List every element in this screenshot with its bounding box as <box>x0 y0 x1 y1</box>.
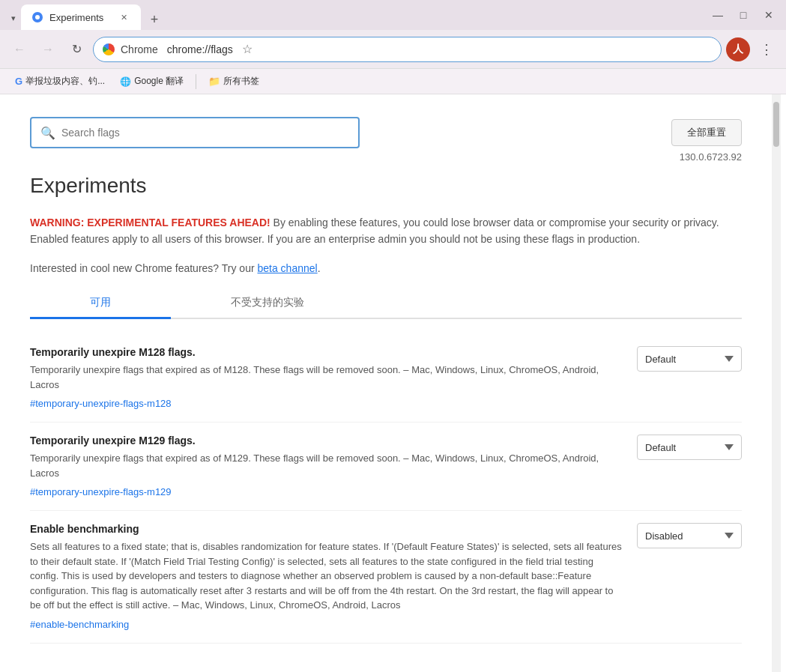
bookmark-folder-label: 所有书签 <box>223 75 259 88</box>
content-wrapper: 🔍 全部重置 Experiments 130.0.6723.92 WARNING… <box>0 94 786 672</box>
title-bar: ▾ Experiments ✕ + — □ ✕ <box>0 0 786 30</box>
beta-suffix: . <box>318 262 321 274</box>
bookmark-folder-all[interactable]: 📁 所有书签 <box>202 73 265 90</box>
new-tab-button[interactable]: + <box>144 9 165 30</box>
flag-desc-benchmarking: Sets all features to a fixed state; that… <box>30 539 622 613</box>
tabs-container: 可用 不受支持的实验 <box>30 288 742 319</box>
bookmark-item-spam[interactable]: G 举报垃圾内容、钓... <box>9 73 111 90</box>
nav-bar: ← → ↻ Chrome chrome://flags ☆ 人 ⋮ <box>0 30 786 69</box>
window-controls: — □ ✕ <box>707 7 780 22</box>
minimize-button[interactable]: — <box>707 7 729 22</box>
title-version-row: Experiments 130.0.6723.92 <box>30 174 742 202</box>
svg-point-1 <box>35 15 40 19</box>
search-box: 🔍 <box>30 117 360 148</box>
tab-unsupported[interactable]: 不受支持的实验 <box>171 288 364 319</box>
bookmark-spam-label: 举报垃圾内容、钓... <box>25 75 105 88</box>
close-button[interactable]: ✕ <box>758 7 780 22</box>
flag-control-benchmarking: Default Enabled Disabled <box>637 523 742 548</box>
beta-intro: Interested in cool new Chrome features? … <box>30 262 257 274</box>
flag-link-m129[interactable]: #temporary-unexpire-flags-m129 <box>30 486 172 497</box>
flag-content-m129: Temporarily unexpire M129 flags. Tempora… <box>30 435 622 498</box>
tab-list-button[interactable]: ▾ <box>6 6 21 30</box>
flag-item-benchmarking: Enable benchmarking Sets all features to… <box>30 511 742 644</box>
reset-all-button[interactable]: 全部重置 <box>671 119 742 146</box>
bookmark-item-translate[interactable]: 🌐 Google 翻译 <box>114 73 190 90</box>
refresh-button[interactable]: ↻ <box>64 37 88 61</box>
active-tab[interactable]: Experiments ✕ <box>21 4 141 30</box>
tab-available[interactable]: 可用 <box>30 288 171 319</box>
chrome-menu-button[interactable]: ⋮ <box>755 37 779 61</box>
scrollbar[interactable] <box>772 94 781 672</box>
address-url: chrome://flags <box>167 43 233 55</box>
page-title: Experiments <box>30 174 147 198</box>
flags-list: Temporarily unexpire M128 flags. Tempora… <box>30 334 742 644</box>
profile-button[interactable]: 人 <box>726 37 750 61</box>
maximize-button[interactable]: □ <box>732 7 755 22</box>
google-icon: G <box>15 76 22 87</box>
flag-title-benchmarking: Enable benchmarking <box>30 523 622 535</box>
tab-close-button[interactable]: ✕ <box>117 10 130 24</box>
flag-content-m128: Temporarily unexpire M128 flags. Tempora… <box>30 346 622 410</box>
beta-channel-link[interactable]: beta channel <box>257 262 317 274</box>
main-content: 🔍 全部重置 Experiments 130.0.6723.92 WARNING… <box>0 94 772 672</box>
flag-title-m128: Temporarily unexpire M128 flags. <box>30 346 622 358</box>
flag-control-m129: Default Enabled Disabled <box>637 435 742 460</box>
flag-select-benchmarking[interactable]: Default Enabled Disabled <box>637 523 742 548</box>
flag-content-benchmarking: Enable benchmarking Sets all features to… <box>30 523 622 631</box>
flag-select-m128[interactable]: Default Enabled Disabled <box>637 346 742 372</box>
tab-label: Experiments <box>49 12 103 23</box>
tab-favicon <box>31 11 43 23</box>
bookmark-divider <box>196 74 196 89</box>
beta-paragraph: Interested in cool new Chrome features? … <box>30 260 742 276</box>
tab-area: ▾ Experiments ✕ + <box>6 0 165 30</box>
chrome-label: Chrome <box>121 43 158 55</box>
flag-desc-m129: Temporarily unexpire flags that expired … <box>30 451 622 480</box>
bookmark-star-button[interactable]: ☆ <box>242 42 253 56</box>
back-button[interactable]: ← <box>7 37 31 61</box>
search-area: 🔍 全部重置 <box>30 109 742 156</box>
flag-link-m128[interactable]: #temporary-unexpire-flags-m128 <box>30 398 172 409</box>
warning-paragraph: WARNING: EXPERIMENTAL FEATURES AHEAD! By… <box>30 214 742 248</box>
warning-label: WARNING: EXPERIMENTAL FEATURES AHEAD! <box>30 217 270 228</box>
search-icon: 🔍 <box>40 126 55 140</box>
chrome-logo-icon <box>103 43 115 55</box>
flag-select-m129[interactable]: Default Enabled Disabled <box>637 435 742 460</box>
bookmarks-bar: G 举报垃圾内容、钓... 🌐 Google 翻译 📁 所有书签 <box>0 69 786 94</box>
scrollbar-thumb[interactable] <box>773 102 779 147</box>
flag-item-m129: Temporarily unexpire M129 flags. Tempora… <box>30 423 742 511</box>
forward-button[interactable]: → <box>36 37 60 61</box>
folder-icon: 📁 <box>208 76 220 87</box>
flag-link-benchmarking[interactable]: #enable-benchmarking <box>30 619 129 630</box>
flag-control-m128: Default Enabled Disabled <box>637 346 742 372</box>
translate-icon: 🌐 <box>120 76 131 87</box>
flag-desc-m128: Temporarily unexpire flags that expired … <box>30 363 622 392</box>
address-bar[interactable]: Chrome chrome://flags ☆ <box>93 37 722 62</box>
flag-item-m128: Temporarily unexpire M128 flags. Tempora… <box>30 334 742 423</box>
flag-title-m129: Temporarily unexpire M129 flags. <box>30 435 622 447</box>
search-input[interactable] <box>61 127 349 139</box>
version-text: 130.0.6723.92 <box>680 151 742 163</box>
bookmark-translate-label: Google 翻译 <box>134 75 184 88</box>
